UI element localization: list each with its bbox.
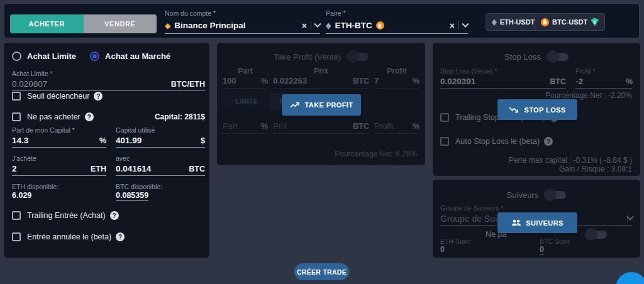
capital-used-value[interactable]: 401.99 <box>116 136 142 145</box>
tp2-profit-placeholder: Profit <box>374 121 393 131</box>
tp-prix-input[interactable]: 0.022263 BTC <box>273 76 369 89</box>
sl-profit-input[interactable]: -2 % <box>575 75 633 89</box>
tp2-profit-input[interactable]: Profit % <box>374 121 419 134</box>
followers-group-label: Groupe de Suiveurs * <box>440 204 503 212</box>
eth-available-label: ETH disponible: <box>12 183 58 190</box>
take-profit-columns: Part Prix Profit <box>223 67 419 75</box>
tp-prix-suffix: BTC <box>353 77 369 85</box>
capital-part-value[interactable]: 14.3 <box>12 136 28 145</box>
buy-qty-input[interactable]: 2 ETH <box>12 162 106 176</box>
sell-tab[interactable]: VENDRE <box>84 14 157 33</box>
col-prix: Prix <box>273 67 369 75</box>
capital-part-label: Part de mon Capital * <box>12 126 75 134</box>
pair-field[interactable]: Paire * ◆ ETH-BTC ฿ × <box>326 9 468 36</box>
capital-used-label: Capital utilisé <box>116 126 155 134</box>
tp2-profit-suffix: % <box>413 122 419 131</box>
order-type-radios: Achat Limite Achat au Marché <box>12 52 170 61</box>
pair-value[interactable]: ETH-BTC <box>335 21 372 30</box>
btc-available-link[interactable]: 0.085359 <box>116 191 148 200</box>
trailing-entry-checkbox[interactable] <box>12 211 21 220</box>
limit-price-value[interactable]: 0.020807 <box>12 79 47 89</box>
followers-button[interactable]: SUIVEURS <box>497 212 577 233</box>
capital-part-input[interactable]: 14.3 % <box>12 134 106 148</box>
trigger-checkbox[interactable] <box>12 92 21 101</box>
btc-followed-value[interactable]: 0 <box>540 245 544 254</box>
entry-panel: Achat Limite Achat au Marché Achat Limit… <box>4 43 209 258</box>
radio-limit[interactable] <box>12 52 21 61</box>
take-profit-panel: Take Profit (Vente) Part Prix Profit 100… <box>217 43 425 165</box>
tp2-part-suffix: % <box>261 122 268 131</box>
btc-icon: ฿ <box>541 18 549 26</box>
cancel-entry-checkbox[interactable] <box>12 232 21 241</box>
capital-used-suffix: $ <box>201 136 205 145</box>
tp-profit-value[interactable]: 7 <box>374 76 379 85</box>
stop-loss-toggle[interactable] <box>548 53 569 61</box>
stop-loss-button[interactable]: STOP LOSS <box>497 99 577 120</box>
take-profit-button-label: TAKE PROFIT <box>305 101 353 109</box>
tp-part-value[interactable]: 100 <box>223 76 236 85</box>
buy-sell-toggle: ACHETER VENDRE <box>10 14 157 33</box>
eth-icon: ◆ <box>492 18 497 26</box>
tp-prix-value[interactable]: 0.022263 <box>273 76 307 85</box>
trend-up-icon <box>290 102 301 109</box>
auto-sl-checkbox[interactable] <box>440 137 449 146</box>
tp2-part-input[interactable]: Part % <box>223 121 268 134</box>
sl-gain-risk: Gain / Risque : 3.09:1 <box>559 165 632 173</box>
pair-chevron-down-icon[interactable] <box>462 20 469 27</box>
trailing-sl-checkbox[interactable] <box>440 113 449 122</box>
account-field[interactable]: Nom du compte * ◆ Binance Principal × <box>165 9 320 36</box>
eth-icon: ◆ <box>326 21 331 30</box>
take-profit-toggle[interactable] <box>348 53 369 61</box>
top-bar: ACHETER VENDRE Nom du compte * ◆ Binance… <box>4 3 640 38</box>
help-icon[interactable]: ? <box>544 137 553 146</box>
buy-qty-label: J'achète <box>12 155 36 162</box>
with-input[interactable]: 0.041614 BTC <box>116 162 205 176</box>
create-trade-button[interactable]: CRÉER TRADE <box>294 263 349 280</box>
take-profit-title: Take Profit (Vente) <box>274 52 341 62</box>
capital-used-input[interactable]: 401.99 $ <box>116 134 205 148</box>
sl-profit-label: Profit * <box>575 67 596 75</box>
with-suffix: BTC <box>189 165 205 173</box>
followers-chevron-down-icon[interactable] <box>626 213 633 220</box>
followers-toggle[interactable] <box>546 191 566 199</box>
take-profit-button[interactable]: TAKE PROFIT <box>282 94 361 116</box>
account-value[interactable]: Binance Principal <box>174 21 298 30</box>
buy-qty-value[interactable]: 2 <box>12 164 17 173</box>
btc-icon: ฿ <box>376 21 384 30</box>
buy-tab[interactable]: ACHETER <box>10 14 84 33</box>
divider <box>458 21 459 30</box>
followers-button-label: SUIVEURS <box>526 219 563 227</box>
followers-title: Suiveurs <box>507 190 539 200</box>
with-value[interactable]: 0.041614 <box>116 164 151 173</box>
tp-limit-button[interactable]: LIMITE <box>223 93 270 109</box>
btc-available-label: BTC disponible: <box>116 183 162 190</box>
help-icon[interactable]: ? <box>110 211 119 220</box>
eth-available-value: 6.029 <box>12 191 31 200</box>
help-icon[interactable]: ? <box>85 112 94 121</box>
tp-part-input[interactable]: 100 % <box>223 76 268 89</box>
nobuy-checkbox[interactable] <box>12 112 21 121</box>
chat-fab-button[interactable] <box>616 272 644 284</box>
people-icon <box>511 219 521 226</box>
with-label: avec <box>116 155 130 162</box>
sl-price-input[interactable]: 0.020391 BTC <box>440 75 566 89</box>
sl-profit-value[interactable]: -2 <box>575 77 583 86</box>
help-icon[interactable]: ? <box>116 232 125 241</box>
tp-profit-input[interactable]: 7 % <box>374 76 419 89</box>
radio-market[interactable] <box>90 52 99 61</box>
stop-loss-panel: Stop Loss Stop Loss (Vente) * 0.020391 B… <box>433 43 640 176</box>
cancel-entry-row: Entrée annulée le (beta) ? <box>12 232 125 241</box>
tp2-prix-suffix: BTC <box>353 122 369 131</box>
sl-price-value[interactable]: 0.020391 <box>440 77 475 86</box>
stop-loss-title: Stop Loss <box>504 52 541 62</box>
account-chevron-down-icon[interactable] <box>314 20 321 27</box>
quick-pair-btc-usdt[interactable]: ฿ BTC-USDT T <box>535 13 605 31</box>
quick-pair-btc-label: BTC-USDT <box>552 18 587 26</box>
limit-price-input[interactable]: 0.020807 BTC/ETH <box>12 77 205 91</box>
tp2-prix-input[interactable]: Prix BTC <box>273 121 369 134</box>
buy-qty-suffix: ETH <box>91 165 106 173</box>
account-clear-icon[interactable]: × <box>302 21 307 30</box>
help-icon[interactable]: ? <box>94 92 103 101</box>
followers-option-toggle[interactable] <box>587 231 607 239</box>
pair-clear-icon[interactable]: × <box>450 21 455 30</box>
